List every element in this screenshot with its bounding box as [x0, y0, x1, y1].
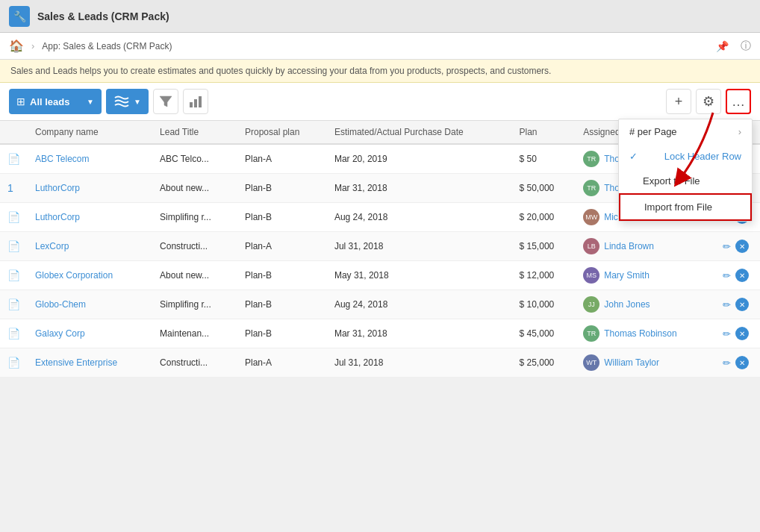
dropdown-item-export[interactable]: Export to File: [619, 169, 752, 193]
assignee-info[interactable]: WT William Taylor: [583, 354, 708, 371]
info-text: Sales and Leads helps you to create esti…: [10, 66, 551, 76]
more-button[interactable]: …: [726, 89, 751, 114]
plan-amount-cell: $ 20,000: [512, 203, 576, 232]
filter-button[interactable]: [153, 89, 178, 114]
document-icon: 📄: [7, 211, 20, 223]
svg-rect-3: [199, 96, 202, 107]
edit-button[interactable]: ✏: [723, 299, 731, 310]
company-cell: Globex Corporation: [28, 261, 152, 290]
row-icon-cell: 📄: [0, 232, 28, 261]
action-cell: ✏ ✕: [715, 232, 760, 261]
assignee-info[interactable]: TR Thomas Robinson: [583, 325, 708, 342]
chart-icon: [189, 95, 202, 108]
company-link[interactable]: LuthorCorp: [35, 212, 80, 222]
document-icon: 📄: [7, 153, 20, 165]
lead-title-cell: About new...: [152, 261, 237, 290]
svg-rect-2: [194, 99, 197, 107]
edit-button[interactable]: ✏: [723, 328, 731, 339]
info-bar: Sales and Leads helps you to create esti…: [0, 60, 760, 83]
row-icon-cell: 📄: [0, 144, 28, 174]
company-link[interactable]: LuthorCorp: [35, 183, 80, 193]
lock-header-label: Lock Header Row: [664, 151, 741, 162]
lead-title-cell: About new...: [152, 174, 237, 203]
view-selector[interactable]: ⊞ All leads ▼: [9, 89, 102, 114]
chart-button[interactable]: [183, 89, 208, 114]
edit-button[interactable]: ✏: [723, 270, 731, 281]
plan-amount-cell: $ 50: [512, 144, 576, 174]
app-title: Sales & Leads (CRM Pack): [37, 10, 169, 22]
assignee-name: Thomas Robinson: [604, 328, 676, 339]
purchase-date-cell: Jul 31, 2018: [327, 348, 512, 378]
nav-bar: 🏠 › App: Sales & Leads (CRM Pack) 📌 ⓘ: [0, 33, 760, 60]
assignee-info[interactable]: LB Linda Brown: [583, 238, 708, 254]
edit-button[interactable]: ✏: [723, 241, 731, 252]
dropdown-item-lock-header[interactable]: ✓ Lock Header Row: [619, 144, 752, 169]
table-row: 📄 Extensive Enterprise Constructi... Pla…: [0, 348, 760, 378]
pin-icon[interactable]: 📌: [716, 40, 729, 52]
assignee-info[interactable]: JJ John Jones: [583, 296, 708, 313]
dropdown-item-per-page[interactable]: # per Page ›: [619, 119, 752, 144]
purchase-date-cell: May 31, 2018: [327, 261, 512, 290]
assignee-name: Mary Smith: [604, 270, 650, 281]
col-company: Company name: [28, 121, 152, 144]
group-button[interactable]: ▼: [106, 89, 149, 114]
delete-button[interactable]: ✕: [735, 356, 749, 369]
table-row: 📄 Galaxy Corp Maintenan... Plan-B Mar 31…: [0, 319, 760, 348]
col-icon: [0, 121, 28, 144]
assignee-name: Linda Brown: [604, 241, 654, 251]
proposal-plan-cell: Plan-B: [237, 261, 327, 290]
company-link[interactable]: Extensive Enterprise: [35, 357, 117, 368]
delete-button[interactable]: ✕: [735, 327, 749, 340]
company-link[interactable]: LexCorp: [35, 241, 69, 251]
assignee-info[interactable]: MS Mary Smith: [583, 267, 708, 284]
settings-button[interactable]: ⚙: [696, 89, 721, 114]
company-cell: Galaxy Corp: [28, 319, 152, 348]
company-link[interactable]: Globo-Chem: [35, 299, 86, 310]
row-icon-cell: 📄: [0, 261, 28, 290]
table-row: 📄 Globo-Chem Simplifing r... Plan-B Aug …: [0, 290, 760, 319]
chevron-down-icon: ▼: [87, 98, 94, 106]
proposal-plan-cell: Plan-A: [237, 348, 327, 378]
col-lead-title: Lead Title: [152, 121, 237, 144]
row-icon-cell: 📄: [0, 348, 28, 378]
purchase-date-cell: Mar 20, 2019: [327, 144, 512, 174]
group-icon: [113, 95, 130, 108]
plan-amount-cell: $ 25,000: [512, 348, 576, 378]
info-icon[interactable]: ⓘ: [741, 40, 751, 53]
delete-button[interactable]: ✕: [735, 269, 749, 282]
action-cell: ✏ ✕: [715, 319, 760, 348]
svg-rect-1: [190, 102, 193, 107]
company-link[interactable]: Galaxy Corp: [35, 328, 85, 339]
document-icon: 📄: [7, 328, 20, 339]
dropdown-menu: # per Page › ✓ Lock Header Row Export to…: [618, 119, 753, 222]
company-cell: LexCorp: [28, 232, 152, 261]
plus-icon: +: [675, 94, 683, 110]
app-icon: 🔧: [9, 6, 30, 27]
lead-title-cell: Simplifing r...: [152, 290, 237, 319]
proposal-plan-cell: Plan-B: [237, 290, 327, 319]
proposal-plan-cell: Plan-B: [237, 174, 327, 203]
assignee-cell: JJ John Jones: [576, 290, 715, 319]
add-button[interactable]: +: [666, 89, 691, 114]
per-page-label: # per Page: [629, 126, 677, 137]
row-icon-cell: 1: [0, 174, 28, 203]
company-link[interactable]: ABC Telecom: [35, 154, 89, 164]
action-cell: ✏ ✕: [715, 261, 760, 290]
avatar: WT: [583, 354, 599, 371]
edit-button[interactable]: ✏: [723, 357, 731, 369]
avatar: LB: [583, 238, 599, 254]
company-cell: LuthorCorp: [28, 174, 152, 203]
assignee-cell: MS Mary Smith: [576, 261, 715, 290]
lead-title-cell: Maintenan...: [152, 319, 237, 348]
arrow-right-icon: ›: [738, 126, 741, 137]
dropdown-item-import[interactable]: Import from File: [619, 193, 752, 221]
ellipsis-icon: …: [732, 94, 745, 110]
home-icon[interactable]: 🏠: [9, 39, 24, 53]
delete-button[interactable]: ✕: [735, 298, 749, 311]
delete-button[interactable]: ✕: [735, 240, 749, 253]
document-icon: 📄: [7, 298, 20, 310]
company-link[interactable]: Globex Corporation: [35, 270, 113, 281]
lead-title-cell: Constructi...: [152, 348, 237, 378]
purchase-date-cell: Aug 24, 2018: [327, 203, 512, 232]
assignee-cell: LB Linda Brown: [576, 232, 715, 261]
